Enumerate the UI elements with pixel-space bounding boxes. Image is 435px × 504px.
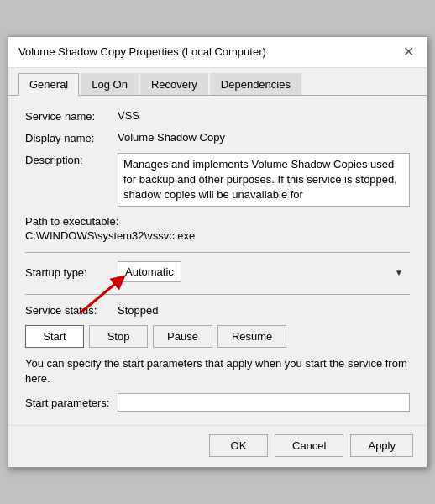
startup-label: Startup type: [25,265,118,279]
path-value: C:\WINDOWS\system32\vssvc.exe [25,229,410,242]
path-label: Path to executable: [25,215,410,228]
params-row: Start parameters: [25,393,410,412]
dropdown-arrow-icon: ▼ [395,267,403,276]
bottom-button-bar: OK Cancel Apply [8,425,427,467]
startup-row: Startup type: Automatic Manual Disabled … [25,261,410,282]
path-section: Path to executable: C:\WINDOWS\system32\… [25,215,410,242]
tab-recovery[interactable]: Recovery [140,73,208,95]
service-status-value: Stopped [118,304,158,317]
service-name-label: Service name: [25,109,118,123]
apply-button[interactable]: Apply [350,434,413,457]
stop-button[interactable]: Stop [89,325,148,348]
display-name-value: Volume Shadow Copy [118,131,410,144]
divider-1 [25,252,410,253]
tab-general[interactable]: General [18,73,79,96]
description-row: Description: Manages and implements Volu… [25,153,410,207]
description-value: Manages and implements Volume Shadow Cop… [118,153,410,207]
title-bar: Volume Shadow Copy Properties (Local Com… [8,37,427,68]
service-status-row: Service status: Stopped [25,303,410,317]
ok-button[interactable]: OK [209,434,268,457]
startup-type-select[interactable]: Automatic Manual Disabled [118,261,181,282]
start-button[interactable]: Start [25,325,84,348]
service-name-row: Service name: VSS [25,109,410,123]
service-control-buttons: Start Stop Pause Resume [25,325,410,348]
params-note: You can specify the start parameters tha… [25,356,410,386]
tab-dependencies[interactable]: Dependencies [210,73,301,95]
close-button[interactable]: ✕ [400,44,417,60]
description-label: Description: [25,153,118,166]
service-status-label: Service status: [25,303,118,317]
params-input[interactable] [118,393,410,412]
pause-button[interactable]: Pause [153,325,212,348]
cancel-button[interactable]: Cancel [275,434,343,457]
window-title: Volume Shadow Copy Properties (Local Com… [18,45,266,58]
resume-button[interactable]: Resume [218,325,286,348]
service-name-value: VSS [118,109,410,122]
properties-window: Volume Shadow Copy Properties (Local Com… [8,36,427,469]
startup-select-wrapper: Automatic Manual Disabled ▼ [118,261,410,282]
tab-logon[interactable]: Log On [81,73,139,95]
tab-content: Service name: VSS Display name: Volume S… [8,96,427,426]
startup-section: Startup type: Automatic Manual Disabled … [25,261,410,282]
display-name-row: Display name: Volume Shadow Copy [25,131,410,144]
tab-bar: General Log On Recovery Dependencies [8,68,427,96]
display-name-label: Display name: [25,131,118,144]
params-label: Start parameters: [25,396,118,409]
divider-2 [25,294,410,295]
